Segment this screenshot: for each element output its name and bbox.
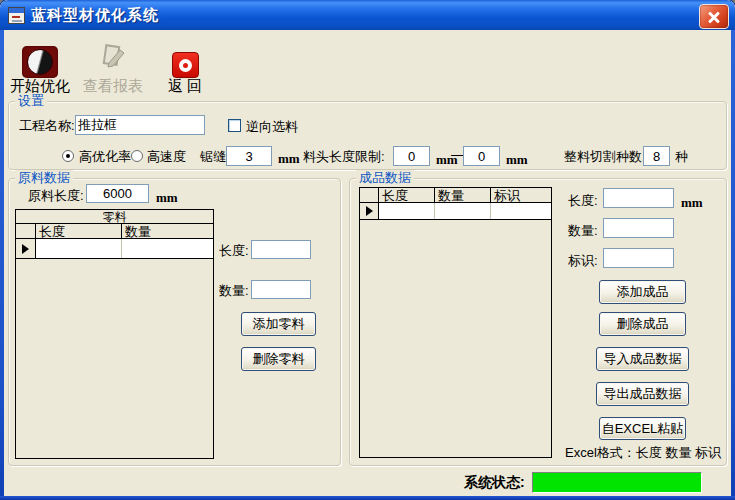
row-selector-icon xyxy=(22,244,29,254)
product-qty-label: 数量: xyxy=(568,222,598,239)
export-products-button[interactable]: 导出成品数据 xyxy=(596,382,689,406)
reverse-selection-label: 逆向选料 xyxy=(246,118,298,135)
piece-length-input[interactable] xyxy=(251,240,311,259)
pieces-cell-qty[interactable] xyxy=(122,239,213,258)
piece-qty-input[interactable] xyxy=(251,280,311,299)
product-length-unit: mm xyxy=(681,194,703,211)
system-status-label: 系统状态: xyxy=(464,474,525,492)
head-max-input[interactable] xyxy=(463,146,500,166)
project-name-label: 工程名称: xyxy=(19,117,75,134)
products-col-length: 长度 xyxy=(379,188,435,202)
window-border-right xyxy=(731,28,735,500)
project-name-input[interactable] xyxy=(75,115,205,135)
radio-high-optimization[interactable] xyxy=(62,150,74,162)
reverse-selection-checkbox[interactable] xyxy=(228,119,241,132)
excel-format-note: Excel格式：长度 数量 标识 xyxy=(565,444,721,461)
settings-caption: 设置 xyxy=(15,93,47,109)
raw-data-groupbox: 原料数据 原料长度: mm 零料 长度 数量 长度: 数量: 添加零料 删除零料 xyxy=(8,178,341,466)
paste-from-excel-button[interactable]: 自EXCEL粘贴 xyxy=(599,417,686,440)
close-icon xyxy=(707,10,721,24)
toolbar: 开始优化 查看报表 返 回 xyxy=(4,32,731,96)
pieces-col-length: 长度 xyxy=(36,224,122,238)
products-cell-length[interactable] xyxy=(379,203,435,219)
products-grid[interactable]: 长度 数量 标识 xyxy=(359,187,552,458)
product-data-caption: 成品数据 xyxy=(356,170,414,186)
view-report-button: 查看报表 xyxy=(78,38,148,94)
close-button[interactable] xyxy=(699,4,729,29)
head-max-unit: mm xyxy=(506,151,528,168)
row-selector-cell xyxy=(360,203,379,219)
products-selector-header xyxy=(360,188,379,202)
products-cell-mark[interactable] xyxy=(491,203,551,219)
pieces-grid-row[interactable] xyxy=(16,239,213,259)
row-selector-icon xyxy=(366,206,373,216)
start-optimization-button[interactable]: 开始优化 xyxy=(6,38,74,94)
product-mark-input[interactable] xyxy=(603,248,674,268)
titlebar[interactable]: 蓝科型材优化系统 xyxy=(0,0,735,30)
product-data-groupbox: 成品数据 长度 数量 标识 长度: mm 数量: 标识: 添加成品 xyxy=(349,178,727,466)
row-selector-cell xyxy=(16,239,36,258)
whole-cut-types-label: 整料切割种数: xyxy=(564,148,646,165)
products-grid-header: 长度 数量 标识 xyxy=(360,188,551,203)
stock-length-label: 原料长度: xyxy=(28,187,84,204)
radio-high-optimization-label[interactable]: 高优化率 xyxy=(79,148,131,165)
yinyang-icon xyxy=(22,46,58,78)
kerf-input[interactable] xyxy=(226,146,272,166)
start-optimization-label: 开始优化 xyxy=(10,78,70,94)
import-products-button[interactable]: 导入成品数据 xyxy=(596,347,689,371)
return-button[interactable]: 返 回 xyxy=(154,38,216,94)
window-title: 蓝科型材优化系统 xyxy=(31,6,159,25)
kerf-unit: mm xyxy=(278,150,300,167)
product-qty-input[interactable] xyxy=(603,218,674,238)
app-window: 蓝科型材优化系统 开始优化 查看报表 返 回 设置 工程名 xyxy=(0,0,735,500)
product-length-input[interactable] xyxy=(603,188,674,208)
piece-length-label: 长度: xyxy=(219,242,249,259)
radio-high-speed-label[interactable]: 高速度 xyxy=(147,148,186,165)
add-product-button[interactable]: 添加成品 xyxy=(599,280,686,304)
report-pen-icon xyxy=(97,42,129,78)
products-cell-qty[interactable] xyxy=(435,203,491,219)
head-limit-label: 料头长度限制: xyxy=(303,148,385,165)
delete-piece-button[interactable]: 删除零料 xyxy=(241,347,316,371)
pieces-grid[interactable]: 零料 长度 数量 xyxy=(15,209,214,459)
stock-length-unit: mm xyxy=(156,189,178,206)
raw-data-caption: 原料数据 xyxy=(15,170,73,186)
return-label: 返 回 xyxy=(168,78,202,94)
product-mark-label: 标识: xyxy=(568,252,598,269)
pieces-cell-length[interactable] xyxy=(36,239,122,258)
product-length-label: 长度: xyxy=(568,192,598,209)
delete-product-button[interactable]: 删除成品 xyxy=(599,312,686,336)
stock-length-input[interactable] xyxy=(86,184,149,203)
whole-cut-types-input[interactable] xyxy=(643,146,670,166)
window-border-left xyxy=(0,28,4,500)
view-report-label: 查看报表 xyxy=(83,78,143,94)
piece-qty-label: 数量: xyxy=(219,282,249,299)
products-grid-row[interactable] xyxy=(360,203,551,220)
products-col-mark: 标识 xyxy=(491,188,551,202)
pieces-col-qty: 数量 xyxy=(122,224,213,238)
add-piece-button[interactable]: 添加零料 xyxy=(241,312,316,336)
head-min-input[interactable] xyxy=(393,146,430,166)
pieces-grid-header: 长度 数量 xyxy=(16,224,213,239)
pieces-selector-header xyxy=(16,224,36,238)
whole-cut-types-unit: 种 xyxy=(675,148,688,165)
radio-high-speed[interactable] xyxy=(131,150,143,162)
pieces-grid-title: 零料 xyxy=(16,210,213,224)
products-col-qty: 数量 xyxy=(435,188,491,202)
status-indicator xyxy=(532,472,702,493)
settings-groupbox: 设置 工程名称: 逆向选料 高优化率 高速度 锯缝: mm 料头长度限制: mm… xyxy=(8,101,727,170)
app-icon xyxy=(8,7,25,24)
window-border-bottom xyxy=(0,496,735,500)
stop-icon xyxy=(172,52,199,78)
